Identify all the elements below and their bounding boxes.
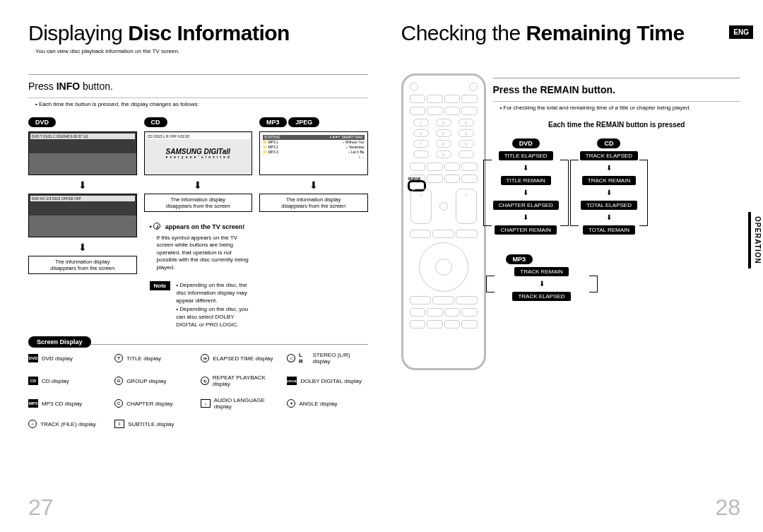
flow-cd-head: CD: [597, 138, 620, 148]
remote-numpad: 123 456 789 0: [413, 119, 474, 158]
title-subdesc: You can view disc playback information o…: [35, 48, 368, 54]
down-arrow-icon: ⬇: [523, 189, 528, 196]
legend-subtitle: ≡SUBTITLE display: [114, 420, 195, 428]
mp3-icon: MP3: [28, 399, 38, 408]
down-arrow-icon: ⬇: [539, 280, 545, 288]
dvd-caption: The information display disappears from …: [28, 256, 137, 274]
flow-columns: DVD TITLE ELAPSED ⬇ TITLE REMAIN ⬇ CHAPT…: [493, 138, 741, 235]
forbidden-icon: [153, 223, 160, 230]
legend-title: TTITLE display: [114, 352, 195, 365]
remote-btn: [461, 95, 478, 103]
label-cd: CD: [144, 117, 167, 127]
remote-btn: [427, 95, 443, 103]
mp3-list: SORTING ▲ ▶ ■ ⟳ SMART NAVI 📁 MP3 1♪ With…: [260, 132, 367, 162]
page-number-left: 27: [28, 495, 54, 521]
dvd-infobar-2: DVD KO 1/3 DD/2 OFF/02 OFF: [30, 196, 135, 201]
legend-stereo: ♫L RSTEREO (L/R) display: [287, 352, 367, 365]
dvd-infobar-1: DVD T 01/01 C 001/040 0:00:37 1/1: [30, 134, 135, 139]
press-info-note: • Each time the button is pressed, the d…: [35, 101, 368, 107]
down-arrow-icon: ⬇: [28, 242, 137, 253]
legend-angle: ⌖ANGLE display: [287, 397, 367, 410]
legend-mp3: MP3MP3 CD display: [28, 397, 109, 410]
press-info-header: Press INFO button.: [28, 74, 368, 98]
headphone-icon: ♫: [287, 354, 295, 362]
channel-rocker: ＋－: [456, 189, 477, 224]
audio-icon: ♪: [201, 399, 211, 408]
down-arrow-icon: ⬇: [606, 189, 612, 196]
cd-infobar: CD 03/15 L R OFF 0:02:20: [146, 134, 251, 139]
dvd-screen-2: DVD KO 1/3 DD/2 OFF/02 OFF: [28, 194, 137, 237]
mp3-screen: SORTING ▲ ▶ ■ ⟳ SMART NAVI 📁 MP3 1♪ With…: [259, 131, 368, 175]
down-arrow-icon: ⬇: [606, 165, 612, 172]
remote-btn: [444, 95, 461, 103]
legend-repeat: ↻REPEAT PLAYBACK display: [201, 374, 281, 387]
dpad-icon: [419, 242, 468, 292]
cd-screen: CD 03/15 L R OFF 0:02:20 SAMSUNG DIGITal…: [144, 131, 253, 175]
down-arrow-icon: ⬇: [523, 214, 528, 221]
down-arrow-icon: ⬇: [606, 214, 612, 221]
note-row: Note • Depending on the disc, the disc i…: [150, 281, 253, 329]
tv-symbol-head: • appears on the TV screen!: [150, 222, 253, 230]
title-right-a: Checking the: [401, 21, 521, 45]
remote-power-icon: [410, 83, 418, 91]
legend-elapsed: ⟳ELAPSED TIME display: [201, 352, 281, 365]
legend-dolby: ▯▯DOLBYDOLBY DIGITAL display: [287, 374, 367, 387]
legend-chapter: CCHAPTER display: [114, 397, 195, 410]
col-mp3: MP3 JPEG SORTING ▲ ▶ ■ ⟳ SMART NAVI 📁 MP…: [259, 117, 368, 329]
volume-rocker: ＋－: [410, 189, 432, 224]
page-right: ENG OPERATION Checking the Remaining Tim…: [388, 0, 764, 532]
cd-icon: CD: [28, 377, 38, 385]
remote-btn: [410, 95, 426, 103]
legend-grid: DVDDVD display TTITLE display ⟳ELAPSED T…: [28, 352, 368, 428]
remote-illustration: 123 456 789 0 ＋－ ＋－: [401, 73, 486, 370]
title-right: Checking the Remaining Time: [401, 21, 741, 45]
clock-icon: ⟳: [201, 354, 209, 362]
down-arrow-icon: ⬇: [259, 179, 368, 191]
right-body: Press the REMAIN button. • For checking …: [493, 73, 741, 370]
col-dvd: DVD DVD T 01/01 C 001/040 0:00:37 1/1 ⬇ …: [28, 117, 137, 329]
legend-track: ♫TRACK (FILE) display: [28, 420, 109, 428]
group-icon: G: [114, 377, 123, 385]
legend-audio: ♪AUDIO LANGUAGE display: [201, 397, 281, 410]
legend-group: GGROUP display: [114, 374, 195, 387]
down-arrow-icon: ⬇: [28, 179, 137, 191]
label-jpeg: JPEG: [288, 117, 319, 127]
col-cd: CD CD 03/15 L R OFF 0:02:20 SAMSUNG DIGI…: [144, 117, 253, 329]
page-left: Displaying Disc Information You can view…: [0, 0, 388, 532]
note-chip: Note: [150, 281, 171, 290]
title-left-b: Disc Information: [128, 21, 290, 45]
title-right-b: Remaining Time: [526, 21, 684, 45]
remote-btn: [427, 107, 443, 115]
flow-mp3-wrap: MP3 TRACK REMAIN ⬇ TRACK ELAPSED: [493, 254, 741, 301]
angle-icon: ⌖: [287, 399, 295, 408]
down-arrow-icon: ⬇: [144, 179, 253, 191]
title-left: Displaying Disc Information: [28, 21, 368, 45]
flow-mp3: TRACK REMAIN ⬇ TRACK ELAPSED: [496, 267, 588, 301]
label-dvd: DVD: [28, 117, 56, 127]
cd-caption: The information display disappears from …: [144, 194, 253, 212]
side-tab-operation: OPERATION: [748, 212, 763, 268]
down-arrow-icon: ⬇: [523, 165, 528, 172]
mp3-caption: The information display disappears from …: [259, 194, 368, 212]
flow-cd-wrap: CD TRACK ELAPSED ⬇ TRACK REMAIN ⬇ TOTAL …: [580, 138, 638, 235]
flow-cd: TRACK ELAPSED ⬇ TRACK REMAIN ⬇ TOTAL ELA…: [580, 151, 638, 235]
dolby-icon: ▯▯DOLBY: [287, 377, 297, 385]
lang-badge: ENG: [729, 25, 753, 39]
title-icon: T: [114, 354, 123, 362]
info-columns: DVD DVD T 01/01 C 001/040 0:00:37 1/1 ⬇ …: [28, 117, 368, 329]
legend-dvd: DVDDVD display: [28, 352, 109, 365]
press-remain-header: Press the REMAIN button.: [493, 78, 741, 102]
dvd-icon: DVD: [28, 354, 38, 362]
remote-open-icon: [469, 83, 478, 91]
remote-btn: [444, 107, 461, 115]
press-remain-note: • For checking the total and remaining t…: [500, 105, 741, 111]
dvd-screen-1: DVD T 01/01 C 001/040 0:00:37 1/1: [28, 131, 137, 175]
flow-dvd: TITLE ELAPSED ⬇ TITLE REMAIN ⬇ CHAPTER E…: [493, 151, 559, 235]
remote-volume-pad: ＋－ ＋－: [410, 189, 477, 224]
remote-btn: [410, 107, 426, 115]
track-icon: ♫: [28, 420, 37, 428]
title-left-a: Displaying: [28, 21, 122, 45]
chapter-icon: C: [114, 399, 123, 408]
page-number-right: 28: [715, 495, 740, 521]
subtitle-icon: ≡: [114, 420, 124, 428]
